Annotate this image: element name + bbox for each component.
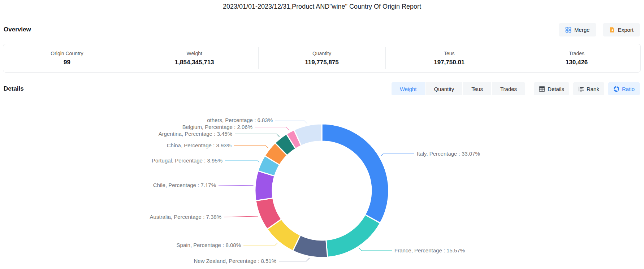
slice-label: Spain, Percentage : 8.08% <box>177 242 241 248</box>
label-line <box>219 185 254 186</box>
label-line <box>381 154 414 156</box>
pie-slice-france[interactable] <box>326 215 380 257</box>
slice-label: Belgium, Percentage : 2.06% <box>182 124 252 130</box>
slice-label: New Zealand, Percentage : 8.51% <box>194 258 276 264</box>
slice-label: Australia, Percentage : 7.38% <box>150 214 221 220</box>
label-line <box>275 120 307 123</box>
report-page: 2023/01/01-2023/12/31,Product AND"wine" … <box>0 0 644 269</box>
label-line <box>234 146 268 148</box>
slice-label: Italy, Percentage : 33.07% <box>417 151 480 157</box>
label-line <box>224 216 258 217</box>
label-line <box>359 248 392 251</box>
slice-label: others, Percentage : 6.83% <box>207 117 273 123</box>
slice-label: Argentina, Percentage : 3.45% <box>159 131 232 137</box>
slice-label: Portugal, Percentage : 3.95% <box>152 157 222 164</box>
slice-label: France, Percentage : 15.57% <box>394 247 465 253</box>
ratio-donut-chart: Italy, Percentage : 33.07%France, Percen… <box>0 0 644 269</box>
slice-label: Chile, Percentage : 7.17% <box>153 182 216 188</box>
slice-label: China, Percentage : 3.93% <box>167 142 232 148</box>
label-line <box>255 127 289 130</box>
label-line <box>279 258 310 261</box>
label-line <box>243 243 277 245</box>
label-line <box>225 161 259 162</box>
pie-slice-italy[interactable] <box>322 124 389 223</box>
label-line <box>235 134 279 137</box>
